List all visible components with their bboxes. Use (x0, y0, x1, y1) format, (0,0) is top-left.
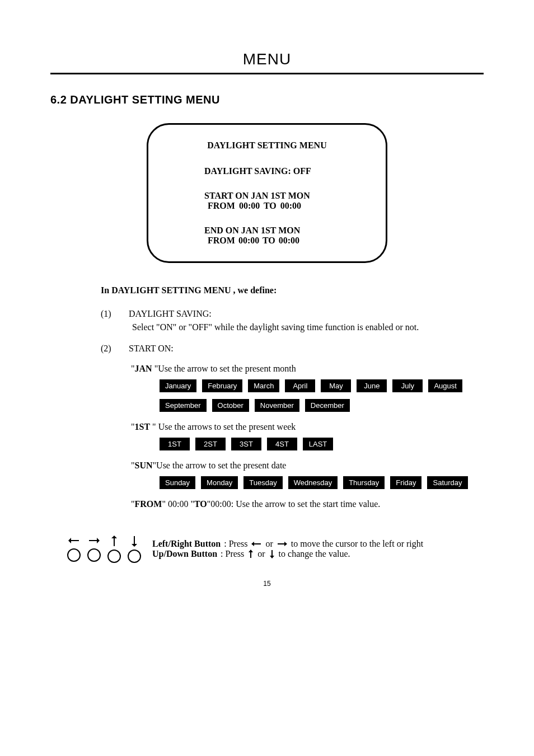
screen-preview: DAYLIGHT SETTING MENU DAYLIGHT SAVING: O… (147, 123, 387, 263)
fromto-hint-mid: " 00:00 " (162, 499, 194, 509)
week-hint-post: " Use the arrows to set the present week (150, 422, 296, 431)
section-heading: 6.2 DAYLIGHT SETTING MENU (50, 93, 484, 106)
footer-controls: Left/Right Button: Press or to move the … (67, 535, 484, 563)
day-chips: Sunday Monday Tuesday Wednesday Thursday… (160, 476, 484, 489)
nav-button-icons (67, 535, 141, 563)
arrow-up-icon (247, 549, 254, 559)
month-hint: "JAN "Use the arrow to set the present m… (131, 364, 484, 374)
screen-saving-line: DAYLIGHT SAVING: OFF (204, 166, 363, 176)
intro-text: In DAYLIGHT SETTING MENU , we define: (101, 285, 484, 295)
month-chip: April (285, 379, 315, 392)
item-1: (1) DAYLIGHT SAVING: (101, 309, 484, 319)
item-2-label: START ON: (129, 344, 174, 354)
ud-label: Up/Down Button (152, 549, 217, 559)
arrow-right-icon (277, 541, 288, 547)
day-chip: Monday (201, 476, 238, 489)
arrow-right-icon (88, 535, 100, 546)
arrow-down-icon (129, 535, 140, 547)
circle-icon (87, 548, 101, 562)
month-chip: March (248, 379, 279, 392)
right-button[interactable] (87, 535, 101, 563)
fromto-hint-b1: FROM (135, 499, 162, 509)
month-chip: November (255, 399, 299, 412)
week-chip: LAST (303, 438, 333, 450)
down-button[interactable] (128, 535, 141, 563)
week-chip: 1ST (160, 438, 190, 450)
body: In DAYLIGHT SETTING MENU , we define: (1… (50, 285, 484, 509)
circle-icon (107, 550, 121, 563)
header-divider (50, 73, 484, 74)
page-title: MENU (50, 50, 484, 68)
screen-end-line1: END ON JAN 1ST MON (204, 226, 363, 236)
page-number: 15 (50, 580, 484, 588)
arrow-up-icon (109, 535, 120, 547)
screen-start-line2: FROM 00:00 TO 00:00 (208, 201, 363, 211)
lr-label: Left/Right Button (152, 539, 221, 549)
month-chip: September (160, 399, 207, 412)
week-chip: 3ST (231, 438, 261, 450)
footer-line-ud: Up/Down Button: Press or to change the v… (152, 549, 423, 559)
month-chip: June (357, 379, 387, 392)
day-chip: Saturday (427, 476, 467, 489)
month-chip: May (321, 379, 351, 392)
footer-line-lr: Left/Right Button: Press or to move the … (152, 539, 423, 549)
arrow-down-icon (269, 549, 275, 559)
day-chip: Thursday (343, 476, 385, 489)
day-chip: Tuesday (243, 476, 282, 489)
day-chip: Friday (390, 476, 421, 489)
month-chip: December (305, 399, 350, 412)
week-hint-bold: 1ST (135, 422, 151, 431)
ud-text2: to change the value. (279, 549, 350, 559)
circle-icon (128, 550, 141, 563)
ud-or: or (257, 549, 265, 559)
month-chip: February (202, 379, 242, 392)
ud-text1: : Press (221, 549, 244, 559)
screen-preview-wrap: DAYLIGHT SETTING MENU DAYLIGHT SAVING: O… (50, 123, 484, 263)
lr-text1: : Press (224, 539, 247, 549)
day-chip: Wednesday (288, 476, 338, 489)
screen-end-line2: FROM 00:00 TO 00:00 (208, 236, 363, 246)
item-1-label: DAYLIGHT SAVING: (129, 309, 212, 319)
month-chips: January February March April May June Ju… (160, 379, 484, 412)
fromto-hint-b2: TO (194, 499, 207, 509)
item-2: (2) START ON: (101, 344, 484, 354)
left-button[interactable] (67, 535, 81, 563)
arrow-left-icon (251, 541, 262, 547)
circle-icon (67, 548, 81, 562)
month-chip: October (212, 399, 249, 412)
arrow-left-icon (68, 535, 80, 546)
week-chip: 2ST (195, 438, 226, 450)
footer-text: Left/Right Button: Press or to move the … (152, 539, 423, 559)
screen-start-line1: START ON JAN 1ST MON (204, 191, 363, 201)
fromto-hint-post: "00:00: Use the arrow to set the start t… (207, 499, 381, 509)
item-2-body: "JAN "Use the arrow to set the present m… (131, 364, 484, 509)
month-chip: July (392, 379, 423, 392)
day-hint-post: "Use the arrow to set the present date (153, 461, 287, 470)
month-chip: August (428, 379, 462, 392)
item-1-desc: Select "ON" or "OFF" while the daylight … (132, 322, 484, 332)
month-hint-post: "Use the arrow to set the present month (152, 364, 296, 373)
item-1-index: (1) (101, 309, 115, 319)
month-hint-bold: JAN (135, 364, 152, 373)
lr-or: or (265, 539, 273, 549)
fromto-hint: "FROM" 00:00 "TO"00:00: Use the arrow to… (131, 499, 484, 509)
day-hint: "SUN"Use the arrow to set the present da… (131, 461, 484, 471)
week-hint: "1ST " Use the arrows to set the present… (131, 422, 484, 432)
week-chips: 1ST 2ST 3ST 4ST LAST (160, 438, 484, 450)
item-2-index: (2) (101, 344, 115, 354)
screen-title: DAYLIGHT SETTING MENU (171, 140, 363, 151)
week-chip: 4ST (267, 438, 297, 450)
up-button[interactable] (107, 535, 121, 563)
day-hint-bold: SUN (135, 461, 153, 470)
page: MENU 6.2 DAYLIGHT SETTING MENU DAYLIGHT … (0, 0, 534, 610)
lr-text2: to move the cursor to the left or right (291, 539, 423, 549)
day-chip: Sunday (160, 476, 195, 489)
definition-list: (1) DAYLIGHT SAVING: Select "ON" or "OFF… (101, 309, 484, 509)
month-chip: January (160, 379, 196, 392)
